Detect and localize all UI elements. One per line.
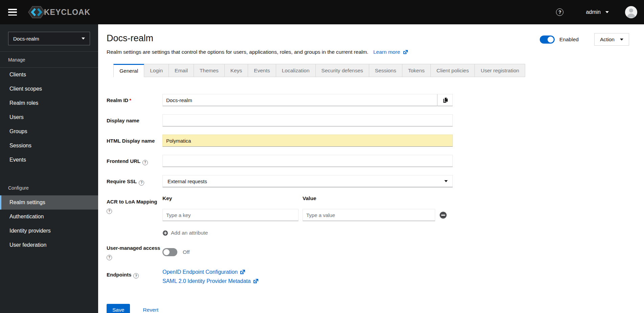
endpoints-label: Endpoints?	[107, 268, 162, 284]
page-title: Docs-realm	[107, 33, 153, 44]
sidebar-item-authentication[interactable]: Authentication	[0, 210, 98, 224]
minus-circle-icon	[439, 211, 447, 219]
acr-mapping-label: ACR to LoA Mapping ?	[107, 195, 162, 236]
revert-button[interactable]: Revert	[143, 307, 158, 313]
help-icon[interactable]: ?	[139, 180, 144, 186]
help-icon[interactable]: ?	[133, 273, 139, 279]
nav-group-manage: Manage	[0, 52, 98, 67]
realm-id-input[interactable]	[162, 94, 437, 106]
sidebar-item-realm-roles[interactable]: Realm roles	[0, 96, 98, 110]
external-link-icon	[240, 269, 245, 274]
realm-selector-value: Docs-realm	[13, 36, 39, 42]
page-description: Realm settings are settings that control…	[107, 49, 369, 55]
sidebar: Docs-realm Manage Clients Client scopes …	[0, 24, 98, 313]
help-icon[interactable]: ?	[142, 160, 148, 165]
acr-value-input[interactable]	[303, 209, 435, 221]
username: admin	[586, 9, 601, 15]
spacer	[0, 167, 98, 180]
saml-metadata-link[interactable]: SAML 2.0 Identity Provider Metadata	[162, 278, 258, 284]
remove-attribute-button[interactable]	[439, 211, 447, 219]
hamburger-menu-icon[interactable]	[8, 9, 17, 16]
sidebar-item-clients[interactable]: Clients	[0, 68, 98, 82]
keycloak-hexagon-icon	[27, 4, 46, 20]
tab-general[interactable]: General	[113, 64, 144, 77]
chevron-down-icon	[605, 11, 609, 13]
tab-sessions[interactable]: Sessions	[369, 64, 402, 77]
nav-group-configure: Configure	[0, 180, 98, 195]
avatar[interactable]	[625, 6, 637, 18]
external-link-icon	[253, 279, 258, 284]
require-ssl-value: External requests	[168, 178, 207, 184]
masthead: KEYCLOAK ? admin	[0, 0, 644, 24]
sidebar-item-identity-providers[interactable]: Identity providers	[0, 224, 98, 238]
tab-login[interactable]: Login	[144, 64, 169, 77]
require-ssl-label: Require SSL?	[107, 175, 162, 187]
save-button[interactable]: Save	[107, 304, 130, 313]
realm-id-label: Realm ID*	[107, 94, 162, 106]
brand-text: KEYCLOAK	[44, 8, 90, 17]
sidebar-item-sessions[interactable]: Sessions	[0, 139, 98, 153]
tab-tokens[interactable]: Tokens	[402, 64, 431, 77]
user-menu[interactable]: admin	[586, 9, 609, 15]
tab-client-policies[interactable]: Client policies	[431, 64, 475, 77]
help-icon[interactable]: ?	[556, 8, 563, 16]
sidebar-item-events[interactable]: Events	[0, 153, 98, 167]
tab-events[interactable]: Events	[248, 64, 276, 77]
frontend-url-input[interactable]	[162, 155, 453, 167]
required-asterisk: *	[129, 97, 131, 103]
action-dropdown-button[interactable]: Action	[594, 33, 629, 46]
tab-localization[interactable]: Localization	[276, 64, 316, 77]
copy-icon	[442, 97, 448, 103]
main-content: Docs-realm Enabled Action Realm settings…	[98, 24, 644, 313]
general-settings-form: Realm ID* Display name	[98, 77, 644, 313]
frontend-url-label: Frontend URL?	[107, 155, 162, 167]
chevron-down-icon	[82, 38, 85, 40]
require-ssl-select[interactable]: External requests	[162, 175, 453, 187]
sidebar-item-realm-settings[interactable]: Realm settings	[0, 195, 98, 210]
sidebar-item-user-federation[interactable]: User federation	[0, 238, 98, 252]
tab-user-registration[interactable]: User registration	[475, 64, 525, 77]
help-icon[interactable]: ?	[107, 209, 112, 214]
user-managed-access-label: User-managed access ?	[107, 244, 162, 260]
help-icon[interactable]: ?	[107, 255, 112, 260]
realm-enabled-toggle[interactable]	[540, 35, 555, 44]
person-icon	[625, 6, 637, 18]
sidebar-item-users[interactable]: Users	[0, 110, 98, 124]
toggle-state-label: Off	[183, 249, 190, 255]
copy-button[interactable]	[437, 94, 453, 106]
realm-settings-tabs: General Login Email Themes Keys Events L…	[113, 64, 644, 77]
acr-value-header: Value	[303, 195, 435, 201]
tab-keys[interactable]: Keys	[225, 64, 248, 77]
keycloak-logo: KEYCLOAK	[27, 4, 90, 20]
chevron-down-icon	[444, 180, 448, 182]
enabled-label: Enabled	[559, 37, 579, 43]
plus-circle-icon	[162, 230, 168, 236]
openid-endpoint-link[interactable]: OpenID Endpoint Configuration	[162, 269, 258, 275]
html-display-name-label: HTML Display name	[107, 135, 162, 147]
acr-key-input[interactable]	[162, 209, 298, 221]
tab-security-defenses[interactable]: Security defenses	[316, 64, 369, 77]
html-display-name-input[interactable]	[162, 135, 453, 147]
external-link-icon	[403, 50, 408, 54]
acr-key-header: Key	[162, 195, 298, 201]
display-name-label: Display name	[107, 114, 162, 126]
learn-more-link[interactable]: Learn more	[373, 49, 408, 55]
add-attribute-button[interactable]: Add an attribute	[162, 230, 208, 236]
sidebar-item-client-scopes[interactable]: Client scopes	[0, 82, 98, 96]
display-name-input[interactable]	[162, 114, 453, 126]
user-managed-access-toggle[interactable]	[162, 248, 177, 256]
chevron-down-icon	[620, 39, 623, 41]
tab-email[interactable]: Email	[169, 64, 194, 77]
realm-selector[interactable]: Docs-realm	[8, 32, 90, 45]
sidebar-item-groups[interactable]: Groups	[0, 124, 98, 139]
tab-themes[interactable]: Themes	[194, 64, 225, 77]
